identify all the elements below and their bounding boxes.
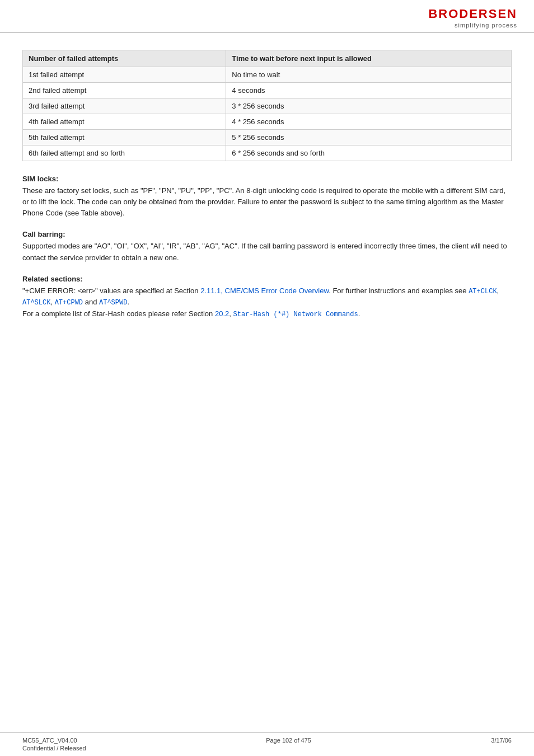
table-row: 5th failed attempt5 * 256 seconds bbox=[23, 130, 512, 145]
call-barring-body: Supported modes are "AO", "OI", "OX", "A… bbox=[22, 241, 512, 263]
at-clck-link[interactable]: AT+CLCK bbox=[469, 288, 496, 295]
footer-date: 3/17/06 bbox=[491, 737, 512, 744]
main-content: Number of failed attempts Time to wait b… bbox=[0, 33, 534, 732]
footer-left: MC55_ATC_V04.00 Confidential / Released bbox=[22, 737, 86, 752]
call-barring-section: Call barring: Supported modes are "AO", … bbox=[22, 230, 512, 263]
table-row: 1st failed attemptNo time to wait bbox=[23, 67, 512, 83]
at-cpwd-link[interactable]: AT+CPWD bbox=[55, 299, 83, 307]
star-hash-network-commands: Star-Hash (*#) Network Commands bbox=[233, 311, 358, 318]
table-cell: 4 * 256 seconds bbox=[226, 114, 512, 130]
related-sections-title: Related sections: bbox=[22, 275, 512, 283]
footer-confidential: Confidential / Released bbox=[22, 745, 86, 752]
table-cell: 1st failed attempt bbox=[23, 67, 226, 83]
call-barring-title: Call barring: bbox=[22, 230, 512, 238]
related-line2: For a complete list of Star-Hash codes p… bbox=[22, 309, 360, 318]
table-header-col1: Number of failed attempts bbox=[23, 50, 226, 67]
table-cell: 6 * 256 seconds and so forth bbox=[226, 145, 512, 161]
sim-locks-body: These are factory set locks, such as "PF… bbox=[22, 185, 512, 219]
related-line1: "+CME ERROR: <err>" values are specified… bbox=[22, 287, 499, 307]
table-row: 3rd failed attempt3 * 256 seconds bbox=[23, 98, 512, 114]
table-cell: 4 seconds bbox=[226, 83, 512, 98]
footer-doc-id: MC55_ATC_V04.00 bbox=[22, 737, 86, 744]
related-sections-section: Related sections: "+CME ERROR: <err>" va… bbox=[22, 275, 512, 320]
logo-area: BRODERSEN simplifying process bbox=[428, 7, 517, 29]
table-cell: No time to wait bbox=[226, 67, 512, 83]
at-slck-link[interactable]: AT^SLCK bbox=[22, 299, 50, 307]
sim-locks-title: SIM locks: bbox=[22, 175, 512, 183]
related-sections-body: "+CME ERROR: <err>" values are specified… bbox=[22, 285, 512, 320]
at-spwd-link[interactable]: AT^SPWD bbox=[99, 299, 127, 307]
table-row: 2nd failed attempt4 seconds bbox=[23, 83, 512, 98]
sim-locks-section: SIM locks: These are factory set locks, … bbox=[22, 175, 512, 219]
failed-attempts-table: Number of failed attempts Time to wait b… bbox=[22, 50, 512, 161]
table-row: 6th failed attempt and so forth6 * 256 s… bbox=[23, 145, 512, 161]
table-cell: 2nd failed attempt bbox=[23, 83, 226, 98]
table-cell: 6th failed attempt and so forth bbox=[23, 145, 226, 161]
page-header: BRODERSEN simplifying process bbox=[0, 0, 534, 33]
table-cell: 5 * 256 seconds bbox=[226, 130, 512, 145]
table-cell: 3 * 256 seconds bbox=[226, 98, 512, 114]
section-20-2-link[interactable]: 20.2 bbox=[215, 309, 229, 318]
table-header-col2: Time to wait before next input is allowe… bbox=[226, 50, 512, 67]
table-cell: 3rd failed attempt bbox=[23, 98, 226, 114]
logo-subtitle: simplifying process bbox=[455, 22, 517, 29]
table-cell: 4th failed attempt bbox=[23, 114, 226, 130]
table-cell: 5th failed attempt bbox=[23, 130, 226, 145]
footer-page-number: Page 102 of 475 bbox=[266, 737, 311, 744]
section-2-11-1-link[interactable]: 2.11.1, CME/CMS Error Code Overview bbox=[200, 287, 329, 295]
page-footer: MC55_ATC_V04.00 Confidential / Released … bbox=[0, 732, 534, 756]
table-row: 4th failed attempt4 * 256 seconds bbox=[23, 114, 512, 130]
logo-text: BRODERSEN bbox=[428, 7, 517, 21]
